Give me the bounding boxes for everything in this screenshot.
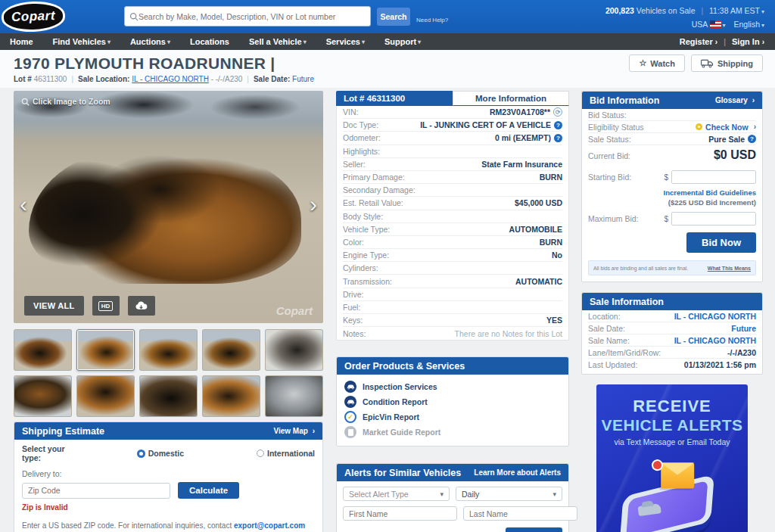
alert-frequency-select[interactable]: Daily▾ xyxy=(456,487,562,501)
product-epicvin-report[interactable]: ✓ EpicVin Report xyxy=(344,409,561,425)
magnifier-icon xyxy=(21,98,30,106)
sale-date-value-link[interactable]: Future xyxy=(731,324,756,333)
thumbnail[interactable] xyxy=(14,329,72,371)
eligibility-status-icon xyxy=(696,123,702,130)
nav-item-home[interactable]: Home xyxy=(0,33,43,50)
first-name-input[interactable] xyxy=(343,506,457,521)
product-condition-report[interactable]: Condition Report xyxy=(344,394,561,409)
what-this-means-link[interactable]: What This Means xyxy=(708,266,751,271)
alert-type-select[interactable]: Select Alert Type▾ xyxy=(343,487,450,501)
nav-item-auctions[interactable]: Auctions▾ xyxy=(120,33,180,50)
copart-watermark: Copart xyxy=(276,304,313,317)
international-radio[interactable]: International xyxy=(257,449,315,458)
lot-row-seller: Seller:State Farm Insurance xyxy=(343,158,562,171)
export-email-link[interactable]: export@copart.com xyxy=(234,521,305,530)
thumbnail[interactable] xyxy=(202,329,260,371)
tab-lot-number[interactable]: Lot # 46311300 xyxy=(336,91,453,106)
ad-line2: VEHICLE ALERTS xyxy=(596,416,748,434)
zip-invalid-message: Zip is Invalid xyxy=(22,503,315,512)
sale-location-value-link[interactable]: IL - CHICAGO NORTH xyxy=(674,312,756,321)
register-link[interactable]: Register› xyxy=(680,37,717,46)
thumbnail[interactable] xyxy=(139,375,198,417)
nav-item-locations[interactable]: Locations xyxy=(180,33,239,50)
thumbnail[interactable] xyxy=(139,329,198,371)
incremental-bid-guidelines-link[interactable]: Incremental Bid Guidelines xyxy=(588,188,756,198)
thumbnail[interactable] xyxy=(14,375,72,417)
lot-row-vehicle-type: Vehicle Type:AUTOMOBILE xyxy=(343,223,562,236)
search-input[interactable] xyxy=(139,12,366,21)
copart-logo[interactable]: Copart xyxy=(1,1,65,33)
starting-bid-input[interactable] xyxy=(671,170,756,184)
view-map-link[interactable]: View Map › xyxy=(273,427,315,435)
phone-illustration xyxy=(613,460,719,532)
inspection-icon xyxy=(344,381,356,393)
chevron-down-icon: ▾ xyxy=(107,39,110,45)
hd-photos-button[interactable]: HD xyxy=(92,296,120,316)
next-photo-arrow[interactable]: › xyxy=(310,193,317,216)
sale-name-value-link[interactable]: IL - CHICAGO NORTH xyxy=(674,336,756,345)
shipping-estimate-title: Shipping Estimate xyxy=(22,426,104,437)
nav-item-services[interactable]: Services▾ xyxy=(316,33,375,50)
help-icon[interactable]: ? xyxy=(748,135,756,143)
bid-info-title: Bid Information xyxy=(590,95,659,106)
chevron-down-icon: ▾ xyxy=(761,8,764,15)
sale-location-link[interactable]: IL - CHICAGO NORTH xyxy=(132,75,209,83)
sale-date-link[interactable]: Future xyxy=(292,75,314,83)
lot-row-est-retail-value: Est. Retail Value:$45,000 USD xyxy=(343,197,562,210)
lot-row-engine-type: Engine Type:No xyxy=(343,249,562,262)
thumbnail-selected[interactable] xyxy=(76,329,135,371)
calculate-button[interactable]: Calculate xyxy=(178,482,239,499)
search-button[interactable]: Search xyxy=(377,8,410,26)
shipping-button[interactable]: Shipping xyxy=(691,54,763,72)
vehicle-photo[interactable]: Click Image to Zoom ‹ › VIEW ALL HD Copa… xyxy=(14,91,323,323)
thumbnail[interactable] xyxy=(76,375,135,417)
help-icon[interactable]: ? xyxy=(554,134,562,142)
need-help-link[interactable]: Need Help? xyxy=(416,17,448,23)
radio-selected-icon xyxy=(137,450,145,458)
prev-photo-arrow[interactable]: ‹ xyxy=(20,193,27,216)
glossary-link[interactable]: Glossary › xyxy=(715,96,755,104)
search-box[interactable] xyxy=(124,6,371,26)
country-selector[interactable]: USA ▾ xyxy=(692,20,726,29)
sale-row-lane: Lane/Item/Grid/Row:-/-/A230 xyxy=(588,347,756,359)
nav-item-sell-a-vehicle[interactable]: Sell a Vehicle▾ xyxy=(239,33,316,50)
lot-row-highlights: Highlights: xyxy=(343,145,562,158)
cloud-download-icon xyxy=(135,301,148,310)
check-now-link[interactable]: Check Now xyxy=(705,123,749,132)
download-photos-button[interactable] xyxy=(128,296,155,316)
star-icon: ☆ xyxy=(639,58,646,68)
lot-row-drive: Drive: xyxy=(343,288,562,301)
bid-now-button[interactable]: Bid Now xyxy=(686,232,756,253)
thumbnail[interactable] xyxy=(265,375,323,417)
domestic-radio[interactable]: Domestic xyxy=(137,449,184,458)
watch-button[interactable]: ☆Watch xyxy=(629,54,684,72)
chevron-down-icon: ▾ xyxy=(552,490,556,498)
help-icon[interactable]: ? xyxy=(554,121,562,129)
language-selector[interactable]: English▾ xyxy=(734,20,764,29)
lot-row-body-style: Body Style: xyxy=(343,210,562,223)
local-time[interactable]: 11:38 AM EST▾ xyxy=(709,6,764,15)
thumbnail[interactable] xyxy=(265,329,323,371)
select-type-label: Select your type: xyxy=(22,444,67,462)
nav-item-support[interactable]: Support▾ xyxy=(375,33,431,50)
sign-in-link[interactable]: Sign In› xyxy=(732,37,764,46)
envelope-icon xyxy=(661,463,694,489)
thumbnail[interactable] xyxy=(202,375,260,417)
product-inspection-services[interactable]: Inspection Services xyxy=(344,379,561,394)
lot-row-secondary-damage: Secondary Damage: xyxy=(343,184,562,197)
vehicles-on-sale: 200,823 Vehicles on Sale | 11:38 AM EST▾ xyxy=(605,5,764,18)
bid-information-panel: Bid Information Glossary › Bid Status: E… xyxy=(581,91,763,282)
view-all-button[interactable]: VIEW ALL xyxy=(24,296,84,316)
last-name-input[interactable] xyxy=(463,506,577,521)
learn-more-alerts-link[interactable]: Learn More about Alerts xyxy=(474,468,561,477)
nav-item-find-vehicles[interactable]: Find Vehicles▾ xyxy=(43,33,120,50)
truck-icon xyxy=(701,59,714,68)
zoom-hint: Click Image to Zoom xyxy=(21,97,110,106)
maximum-bid-input[interactable] xyxy=(671,212,756,226)
eligibility-status-row: Eligibility Status Check Now› xyxy=(588,121,756,133)
vehicle-alerts-ad[interactable]: RECEIVE VEHICLE ALERTS via Text Message … xyxy=(596,384,748,532)
vin-copy-icon[interactable]: ⟳ xyxy=(553,107,562,117)
tab-more-information[interactable]: More Information xyxy=(453,91,569,106)
zip-code-input[interactable] xyxy=(22,483,170,499)
set-alert-button[interactable]: Set Alert xyxy=(506,527,562,532)
